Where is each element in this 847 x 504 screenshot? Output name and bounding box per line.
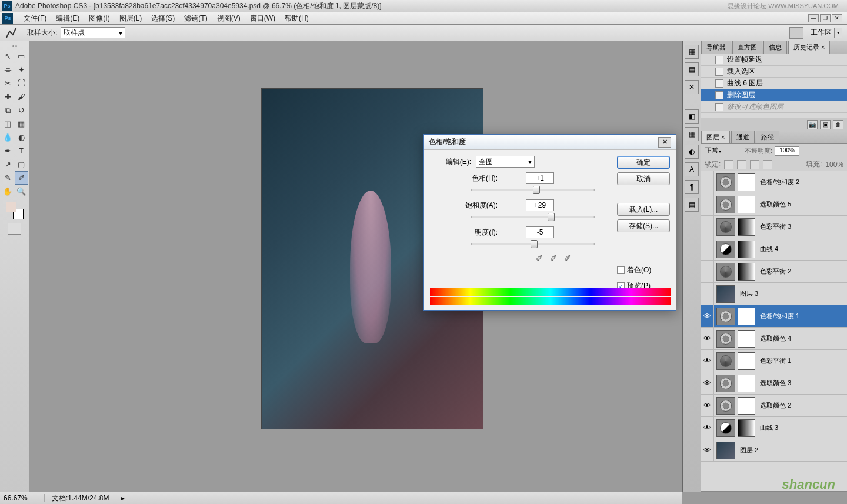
menu-file[interactable]: 文件(F) xyxy=(19,12,51,25)
lasso-tool[interactable]: ⌯ xyxy=(1,63,15,76)
go-to-bridge-button[interactable] xyxy=(789,27,803,39)
adjustment-icon[interactable] xyxy=(716,352,735,370)
tab-history[interactable]: 历史记录 × xyxy=(788,41,830,54)
layer-name-label[interactable]: 图层 3 xyxy=(740,289,758,298)
heal-tool[interactable]: ✚ xyxy=(1,90,15,104)
eyedropper-tool[interactable]: ✐ xyxy=(15,171,28,185)
layer-row[interactable]: 👁选取颜色 3 xyxy=(701,372,847,395)
layer-thumbnail[interactable] xyxy=(716,285,735,303)
swatches-icon[interactable]: ▦ xyxy=(685,127,699,141)
layer-name-label[interactable]: 色相/饱和度 1 xyxy=(760,312,799,321)
layer-name-label[interactable]: 曲线 4 xyxy=(760,245,778,253)
layer-name-label[interactable]: 图层 2 xyxy=(740,446,758,455)
layer-row[interactable]: 👁图层 2 xyxy=(701,439,847,462)
navigator-icon[interactable]: ▦ xyxy=(685,45,699,59)
lock-transparent-button[interactable] xyxy=(724,160,733,169)
layer-name-label[interactable]: 色彩平衡 2 xyxy=(760,267,791,276)
brush-tool[interactable]: 🖌 xyxy=(15,90,28,104)
adjustment-icon[interactable] xyxy=(716,308,735,325)
color-icon[interactable]: ◧ xyxy=(685,109,699,124)
tab-histogram[interactable]: 直方图 xyxy=(732,41,762,54)
eyedropper-minus-icon[interactable]: ✐ xyxy=(564,253,573,263)
layer-mask-thumbnail[interactable] xyxy=(738,263,755,281)
fill-input[interactable]: 100% xyxy=(825,161,843,169)
doc-minimize-button[interactable]: — xyxy=(808,14,819,22)
paragraph-icon[interactable]: ¶ xyxy=(685,180,699,194)
stamp-tool[interactable]: ⧉ xyxy=(1,104,15,117)
menu-select[interactable]: 选择(S) xyxy=(146,12,179,25)
layer-row[interactable]: 色相/饱和度 2 xyxy=(701,171,847,193)
colorize-checkbox[interactable] xyxy=(617,266,625,274)
menu-filter[interactable]: 滤镜(T) xyxy=(179,12,212,25)
adjustment-icon[interactable] xyxy=(716,173,735,191)
layer-row[interactable]: 👁曲线 3 xyxy=(701,417,847,439)
adjustment-icon[interactable] xyxy=(716,330,735,348)
zoom-tool[interactable]: 🔍 xyxy=(15,185,28,198)
menu-layer[interactable]: 图层(L) xyxy=(115,12,147,25)
lock-all-button[interactable] xyxy=(763,160,772,169)
adjustment-icon[interactable] xyxy=(716,196,735,213)
layer-name-label[interactable]: 选取颜色 2 xyxy=(760,401,791,410)
history-snapshot-button[interactable]: 📷 xyxy=(807,120,818,129)
hand-tool[interactable]: ✋ xyxy=(1,185,15,198)
layer-row[interactable]: 色彩平衡 3 xyxy=(701,216,847,238)
layer-mask-thumbnail[interactable] xyxy=(738,173,755,191)
history-item[interactable]: 删除图层 xyxy=(701,89,847,101)
toolbox-handle[interactable] xyxy=(3,44,26,48)
color-swatches[interactable] xyxy=(6,202,24,219)
layer-mask-thumbnail[interactable] xyxy=(738,218,755,236)
menu-help[interactable]: 帮助(H) xyxy=(280,12,314,25)
blend-mode-select[interactable]: 正常▾ xyxy=(705,146,742,156)
history-item[interactable]: 设置帧延迟 xyxy=(701,54,847,66)
layer-row[interactable]: 选取颜色 5 xyxy=(701,193,847,216)
layer-name-label[interactable]: 选取颜色 4 xyxy=(760,334,791,343)
layers-icon[interactable]: ▤ xyxy=(685,198,699,212)
layer-row[interactable]: 👁色彩平衡 1 xyxy=(701,350,847,372)
tab-info[interactable]: 信息 xyxy=(763,41,787,54)
lightness-slider[interactable] xyxy=(471,243,595,245)
gradient-tool[interactable]: ▦ xyxy=(15,117,28,131)
blur-tool[interactable]: 💧 xyxy=(1,131,15,144)
dialog-close-button[interactable]: ✕ xyxy=(658,137,671,148)
marquee-tool[interactable]: ▭ xyxy=(15,49,28,63)
move-tool[interactable]: ↖ xyxy=(1,49,15,63)
adjustment-icon[interactable] xyxy=(716,218,735,236)
adjustment-icon[interactable] xyxy=(716,241,735,258)
visibility-toggle[interactable] xyxy=(701,238,714,260)
save-button[interactable]: 存储(S)... xyxy=(617,219,670,232)
eraser-tool[interactable]: ◫ xyxy=(1,117,15,131)
layer-mask-thumbnail[interactable] xyxy=(738,375,755,392)
visibility-toggle[interactable] xyxy=(701,193,714,215)
tab-layers[interactable]: 图层 × xyxy=(701,131,730,143)
tab-paths[interactable]: 路径 xyxy=(756,131,779,143)
sample-size-select[interactable]: 取样点▾ xyxy=(61,27,125,38)
visibility-toggle[interactable] xyxy=(701,171,714,193)
canvas-area[interactable]: 色相/饱和度 ✕ 编辑(E): 全图▾ 色相(H): 饱和度(A) xyxy=(29,41,682,492)
doc-close-button[interactable]: ✕ xyxy=(832,14,842,22)
ok-button[interactable]: 确定 xyxy=(617,156,670,169)
tab-channels[interactable]: 通道 xyxy=(731,131,755,143)
lock-paint-button[interactable] xyxy=(737,160,746,169)
histogram-icon[interactable]: ▤ xyxy=(685,62,699,76)
tab-navigator[interactable]: 导航器 xyxy=(701,41,731,54)
notes-tool[interactable]: ✎ xyxy=(1,171,15,185)
visibility-toggle[interactable]: 👁 xyxy=(701,395,714,416)
visibility-toggle[interactable]: 👁 xyxy=(701,328,714,349)
adjustment-icon[interactable] xyxy=(716,375,735,392)
layer-row[interactable]: 👁色相/饱和度 1 xyxy=(701,305,847,328)
layer-name-label[interactable]: 选取颜色 5 xyxy=(760,200,791,209)
lightness-input[interactable] xyxy=(526,226,554,238)
history-new-button[interactable]: ▣ xyxy=(820,120,831,129)
visibility-toggle[interactable]: 👁 xyxy=(701,350,714,372)
path-tool[interactable]: ↗ xyxy=(1,158,15,171)
layer-mask-thumbnail[interactable] xyxy=(738,196,755,213)
pen-tool[interactable]: ✒ xyxy=(1,144,15,158)
menu-window[interactable]: 窗口(W) xyxy=(245,12,280,25)
wand-tool[interactable]: ✦ xyxy=(15,63,28,76)
cancel-button[interactable]: 取消 xyxy=(617,172,670,185)
visibility-toggle[interactable] xyxy=(701,216,714,238)
layer-row[interactable]: 👁选取颜色 2 xyxy=(701,395,847,417)
tools-icon[interactable]: ✕ xyxy=(685,80,699,94)
type-tool[interactable]: T xyxy=(15,144,28,158)
history-brush-tool[interactable]: ↺ xyxy=(15,104,28,117)
